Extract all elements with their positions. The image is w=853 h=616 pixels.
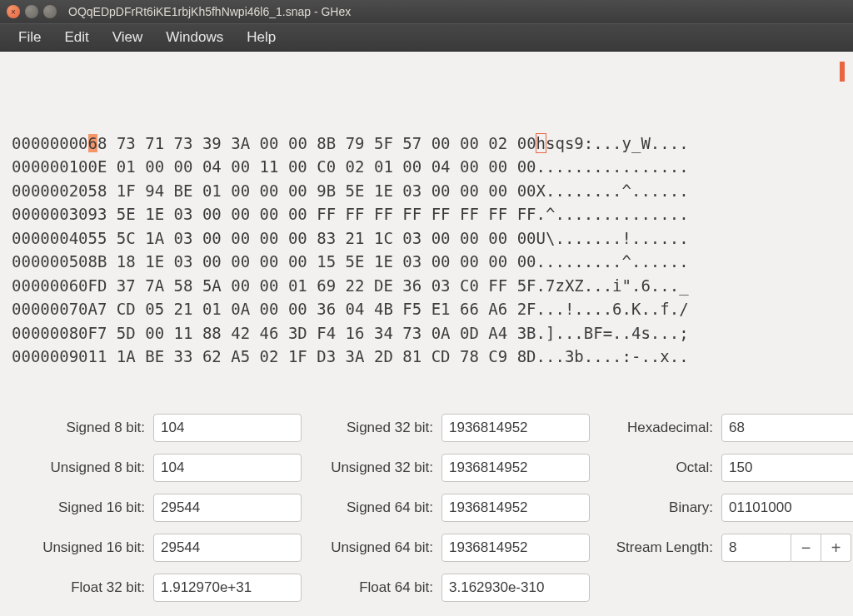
- field-binary[interactable]: 01101000: [721, 494, 853, 522]
- hex-offset: 00000010: [12, 155, 88, 179]
- hex-ascii[interactable]: .7zXZ...i".6..._: [536, 274, 689, 298]
- menu-view[interactable]: View: [101, 24, 155, 51]
- menu-edit[interactable]: Edit: [52, 24, 100, 51]
- hex-offset: 00000020: [12, 179, 88, 203]
- hex-bytes[interactable]: 0E 01 00 00 04 00 11 00 C0 02 01 00 04 0…: [88, 155, 536, 179]
- maximize-icon[interactable]: [43, 5, 57, 18]
- label-binary: Binary:: [590, 499, 721, 516]
- menu-file[interactable]: File: [7, 24, 52, 51]
- label-signed-32: Signed 32 bit:: [302, 420, 441, 436]
- hex-bytes[interactable]: 11 1A BE 33 62 A5 02 1F D3 3A 2D 81 CD 7…: [88, 345, 536, 369]
- hex-offset: 00000050: [12, 250, 88, 274]
- label-signed-16: Signed 16 bit:: [20, 499, 153, 516]
- hex-view[interactable]: 0000000068 73 71 73 39 3A 00 00 8B 79 5F…: [0, 52, 853, 399]
- window-title: OQqEDpDFrRt6iKE1rbjKh5fhNwpi46l6_1.snap …: [68, 5, 351, 18]
- hex-row[interactable]: 00000060FD 37 7A 58 5A 00 00 01 69 22 DE…: [12, 274, 841, 298]
- label-float-64: Float 64 bit:: [302, 579, 441, 596]
- menu-windows[interactable]: Windows: [154, 24, 235, 51]
- hex-bytes[interactable]: 58 1F 94 BE 01 00 00 00 9B 5E 1E 03 00 0…: [88, 179, 536, 203]
- insert-caret-icon: [840, 62, 845, 82]
- hex-row[interactable]: 00000080F7 5D 00 11 88 42 46 3D F4 16 34…: [12, 321, 841, 345]
- hex-ascii[interactable]: .]...BF=..4s...;: [536, 321, 689, 345]
- hex-offset: 00000060: [12, 274, 88, 298]
- menubar: File Edit View Windows Help: [0, 23, 853, 52]
- hex-row[interactable]: 0000002058 1F 94 BE 01 00 00 00 9B 5E 1E…: [12, 179, 841, 203]
- hex-ascii[interactable]: ...!....6.K..f./: [536, 297, 689, 321]
- label-hexadecimal: Hexadecimal:: [590, 420, 721, 436]
- label-unsigned-8: Unsigned 8 bit:: [20, 460, 153, 476]
- stream-length-stepper: 8 − +: [721, 534, 853, 562]
- conversion-panel: Signed 8 bit: 104 Signed 32 bit: 1936814…: [0, 399, 853, 616]
- hex-ascii[interactable]: X........^......: [536, 179, 689, 203]
- hex-bytes[interactable]: 93 5E 1E 03 00 00 00 00 FF FF FF FF FF F…: [88, 202, 536, 226]
- label-octal: Octal:: [590, 460, 721, 476]
- hex-row[interactable]: 0000004055 5C 1A 03 00 00 00 00 83 21 1C…: [12, 226, 841, 251]
- stream-increment-button[interactable]: +: [821, 534, 851, 562]
- label-unsigned-32: Unsigned 32 bit:: [302, 460, 441, 476]
- field-float-32[interactable]: 1.912970e+31: [153, 574, 302, 602]
- field-float-64[interactable]: 3.162930e-310: [441, 574, 590, 602]
- field-unsigned-32[interactable]: 1936814952: [441, 454, 590, 482]
- label-signed-64: Signed 64 bit:: [302, 499, 441, 516]
- field-octal[interactable]: 150: [721, 454, 853, 482]
- hex-row[interactable]: 0000000068 73 71 73 39 3A 00 00 8B 79 5F…: [12, 132, 841, 156]
- close-icon[interactable]: ×: [7, 5, 20, 18]
- hex-ascii[interactable]: U\.......!......: [536, 226, 689, 251]
- label-stream-length: Stream Length:: [590, 539, 721, 556]
- hex-ascii[interactable]: ................: [536, 155, 689, 179]
- hex-ascii[interactable]: ...3b....:-..x..: [536, 345, 689, 369]
- hex-bytes[interactable]: F7 5D 00 11 88 42 46 3D F4 16 34 73 0A 0…: [88, 321, 536, 345]
- field-signed-16[interactable]: 29544: [153, 494, 302, 522]
- hex-offset: 00000040: [12, 226, 88, 251]
- hex-row[interactable]: 000000100E 01 00 00 04 00 11 00 C0 02 01…: [12, 155, 841, 179]
- hex-row[interactable]: 0000003093 5E 1E 03 00 00 00 00 FF FF FF…: [12, 202, 841, 226]
- field-unsigned-8[interactable]: 104: [153, 454, 302, 482]
- hex-bytes[interactable]: 8B 18 1E 03 00 00 00 00 15 5E 1E 03 00 0…: [88, 250, 536, 274]
- hex-bytes[interactable]: A7 CD 05 21 01 0A 00 00 36 04 4B F5 E1 6…: [88, 297, 536, 321]
- hex-bytes[interactable]: 55 5C 1A 03 00 00 00 00 83 21 1C 03 00 0…: [88, 226, 536, 251]
- field-signed-32[interactable]: 1936814952: [441, 414, 590, 442]
- field-unsigned-64[interactable]: 1936814952: [441, 534, 590, 562]
- hex-offset: 00000030: [12, 202, 88, 226]
- field-stream-length[interactable]: 8: [721, 534, 791, 562]
- hex-bytes[interactable]: 68 73 71 73 39 3A 00 00 8B 79 5F 57 00 0…: [88, 132, 536, 156]
- label-unsigned-64: Unsigned 64 bit:: [302, 539, 441, 556]
- field-signed-64[interactable]: 1936814952: [441, 494, 590, 522]
- label-unsigned-16: Unsigned 16 bit:: [20, 539, 153, 556]
- field-hexadecimal[interactable]: 68: [721, 414, 853, 442]
- hex-offset: 00000070: [12, 297, 88, 321]
- hex-offset: 00000080: [12, 321, 88, 345]
- hex-ascii[interactable]: hsqs9:...y_W....: [536, 132, 689, 156]
- stream-decrement-button[interactable]: −: [791, 534, 821, 562]
- hex-row[interactable]: 00000070A7 CD 05 21 01 0A 00 00 36 04 4B…: [12, 297, 841, 321]
- field-signed-8[interactable]: 104: [153, 414, 302, 442]
- window-titlebar: × OQqEDpDFrRt6iKE1rbjKh5fhNwpi46l6_1.sna…: [0, 0, 853, 23]
- hex-row[interactable]: 000000508B 18 1E 03 00 00 00 00 15 5E 1E…: [12, 250, 841, 274]
- field-unsigned-16[interactable]: 29544: [153, 534, 302, 562]
- hex-ascii[interactable]: .........^......: [536, 250, 689, 274]
- hex-offset: 00000090: [12, 345, 88, 369]
- hex-bytes[interactable]: FD 37 7A 58 5A 00 00 01 69 22 DE 36 03 C…: [88, 274, 536, 298]
- hex-offset: 00000000: [12, 132, 88, 156]
- window-controls: ×: [7, 5, 57, 18]
- minimize-icon[interactable]: [25, 5, 38, 18]
- hex-ascii[interactable]: .^..............: [536, 202, 689, 226]
- hex-row[interactable]: 0000009011 1A BE 33 62 A5 02 1F D3 3A 2D…: [12, 345, 841, 369]
- label-signed-8: Signed 8 bit:: [20, 420, 153, 436]
- menu-help[interactable]: Help: [235, 24, 287, 51]
- label-float-32: Float 32 bit:: [20, 579, 153, 596]
